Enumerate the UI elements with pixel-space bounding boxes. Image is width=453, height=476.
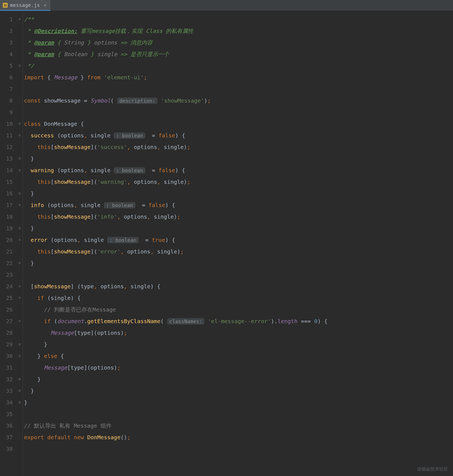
fold-marker[interactable]: ⊟ xyxy=(17,339,23,350)
line-number: 32 xyxy=(0,373,17,385)
fold-marker xyxy=(17,72,23,83)
fold-marker[interactable]: ⊟ xyxy=(17,385,23,397)
line-number: 24 xyxy=(0,281,17,292)
fold-marker xyxy=(17,246,23,257)
code-line[interactable]: export default new DonMessage(); xyxy=(24,431,453,443)
code-line[interactable]: this[showMessage]('warning', options, si… xyxy=(24,176,453,188)
fold-marker[interactable]: ⊖ xyxy=(17,14,23,25)
fold-marker[interactable]: ⊖ xyxy=(17,281,23,292)
fold-marker xyxy=(17,106,23,118)
fold-marker[interactable]: ⊟ xyxy=(17,257,23,269)
code-line[interactable]: const showMessage = Symbol( description:… xyxy=(24,95,453,106)
js-file-icon: JS xyxy=(3,3,8,8)
code-area[interactable]: 1234567891011121314151617181920212223242… xyxy=(0,11,453,476)
line-number: 7 xyxy=(0,83,17,95)
line-number-gutter: 1234567891011121314151617181920212223242… xyxy=(0,11,17,476)
tab-filename: message.js xyxy=(10,2,40,9)
code-line[interactable]: } xyxy=(24,223,453,234)
code-line[interactable]: this[showMessage]('success', options, si… xyxy=(24,141,453,153)
fold-marker[interactable]: ⊟ xyxy=(17,188,23,199)
code-line[interactable] xyxy=(24,83,453,95)
fold-marker[interactable]: ⊖ xyxy=(17,234,23,246)
fold-marker[interactable]: ⊖ xyxy=(17,164,23,176)
code-line[interactable]: if (single) { xyxy=(24,292,453,304)
code-line[interactable]: warning (options, single : boolean = fal… xyxy=(24,164,453,176)
fold-marker[interactable]: ⊖ xyxy=(17,292,23,304)
fold-marker xyxy=(17,37,23,48)
svg-text:JS: JS xyxy=(4,4,7,7)
code-line[interactable] xyxy=(24,269,453,281)
fold-marker[interactable]: ⊟ xyxy=(17,223,23,234)
line-number: 16 xyxy=(0,188,17,199)
line-number: 20 xyxy=(0,234,17,246)
code-content[interactable]: /** * @Description: 重写message挂载，实现 Class… xyxy=(23,11,453,476)
line-number: 22 xyxy=(0,257,17,269)
fold-marker[interactable]: ⊟ xyxy=(17,153,23,164)
code-line[interactable]: * @param { String } options => 消息内容 xyxy=(24,37,453,48)
code-line[interactable]: error (options, single : boolean = true)… xyxy=(24,234,453,246)
code-line[interactable]: // 判断是否已存在Message xyxy=(24,304,453,315)
fold-marker xyxy=(17,408,23,420)
line-number: 15 xyxy=(0,176,17,188)
code-line[interactable]: // 默认导出 私有 Message 组件 xyxy=(24,420,453,431)
line-number: 28 xyxy=(0,327,17,339)
fold-marker xyxy=(17,304,23,315)
fold-marker[interactable]: ⊟ xyxy=(17,373,23,385)
fold-marker xyxy=(17,431,23,443)
line-number: 25 xyxy=(0,292,17,304)
code-line[interactable]: */ xyxy=(24,60,453,72)
tab-bar: JS message.js × xyxy=(0,0,453,11)
code-line[interactable]: * @param { Boolean } single => 是否只显示一个 xyxy=(24,48,453,60)
line-number: 4 xyxy=(0,48,17,60)
line-number: 34 xyxy=(0,397,17,408)
code-line[interactable]: Message[type](options); xyxy=(24,327,453,339)
fold-marker xyxy=(17,269,23,281)
code-line[interactable]: [showMessage] (type, options, single) { xyxy=(24,281,453,292)
fold-marker[interactable]: ⊖ xyxy=(17,199,23,211)
code-line[interactable]: this[showMessage]('error', options, sing… xyxy=(24,246,453,257)
code-line[interactable]: } else { xyxy=(24,350,453,362)
fold-marker xyxy=(17,25,23,37)
code-line[interactable]: class DonMessage { xyxy=(24,118,453,130)
code-line[interactable]: } xyxy=(24,397,453,408)
close-icon[interactable]: × xyxy=(44,2,46,8)
fold-marker[interactable]: ⊖ xyxy=(17,118,23,130)
code-line[interactable] xyxy=(24,408,453,420)
code-line[interactable]: Message[type](options); xyxy=(24,362,453,373)
fold-marker[interactable]: ⊖ xyxy=(17,130,23,141)
code-line[interactable]: } xyxy=(24,257,453,269)
code-line[interactable]: import { Message } from 'element-ui'; xyxy=(24,72,453,83)
code-line[interactable] xyxy=(24,443,453,455)
fold-marker[interactable]: ⊟ xyxy=(17,60,23,72)
line-number: 21 xyxy=(0,246,17,257)
code-line[interactable]: /** xyxy=(24,14,453,25)
line-number: 8 xyxy=(0,95,17,106)
tab-message-js[interactable]: JS message.js × xyxy=(0,0,50,11)
line-number: 18 xyxy=(0,211,17,223)
code-line[interactable]: } xyxy=(24,373,453,385)
fold-marker[interactable]: ⊖ xyxy=(17,350,23,362)
fold-gutter: ⊖⊟⊖⊖⊟⊖⊟⊖⊟⊖⊟⊖⊖⊖⊟⊖⊟⊟⊟ xyxy=(17,11,23,476)
code-line[interactable] xyxy=(24,106,453,118)
line-number: 5 xyxy=(0,60,17,72)
code-line[interactable]: this[showMessage]('info', options, singl… xyxy=(24,211,453,223)
fold-marker xyxy=(17,443,23,455)
line-number: 30 xyxy=(0,350,17,362)
line-number: 37 xyxy=(0,431,17,443)
code-line[interactable]: info (options, single : boolean = false)… xyxy=(24,199,453,211)
fold-marker xyxy=(17,83,23,95)
line-number: 3 xyxy=(0,37,17,48)
fold-marker[interactable]: ⊖ xyxy=(17,315,23,327)
code-line[interactable]: } xyxy=(24,385,453,397)
line-number: 6 xyxy=(0,72,17,83)
fold-marker xyxy=(17,420,23,431)
code-line[interactable]: } xyxy=(24,339,453,350)
code-line[interactable]: } xyxy=(24,153,453,164)
fold-marker[interactable]: ⊟ xyxy=(17,397,23,408)
code-line[interactable]: } xyxy=(24,188,453,199)
fold-marker xyxy=(17,141,23,153)
line-number: 11 xyxy=(0,130,17,141)
code-line[interactable]: success (options, single : boolean = fal… xyxy=(24,130,453,141)
code-line[interactable]: if (document.getElementsByClassName( cla… xyxy=(24,315,453,327)
code-line[interactable]: * @Description: 重写message挂载，实现 Class 的私有… xyxy=(24,25,453,37)
